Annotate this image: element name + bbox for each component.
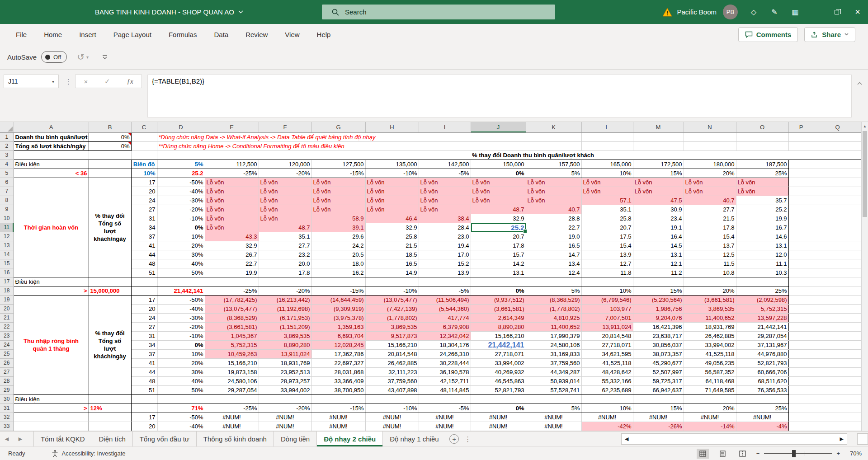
cell-F18[interactable]: -20% — [259, 286, 311, 295]
cell-C17[interactable] — [131, 277, 157, 286]
cell-L1[interactable] — [581, 132, 633, 141]
cell-E27[interactable]: 19,873,158 — [205, 367, 259, 376]
cell-O6[interactable]: Lỗ vốn — [736, 178, 788, 187]
cell-E6[interactable]: Lỗ vốn — [205, 178, 259, 187]
menu-tab-file[interactable]: File — [7, 24, 35, 45]
row-header-19[interactable]: 19 — [0, 295, 14, 304]
cell-C6[interactable]: 17 — [131, 178, 157, 187]
cell-E19[interactable]: (17,782,425) — [205, 295, 259, 304]
cell-M13[interactable]: 14.5 — [633, 241, 684, 250]
sheet-tab-nh-y-1-chi-u[interactable]: Độ nhạy 1 chiều — [383, 432, 446, 446]
cell-P7[interactable] — [788, 187, 814, 196]
cell-N8[interactable]: 40.7 — [684, 196, 736, 205]
user-name[interactable]: Pacific Boom — [677, 8, 717, 16]
cell-G11[interactable]: 39.1 — [311, 223, 365, 232]
cell-F29[interactable]: 33,994,002 — [259, 385, 311, 394]
cell-I24[interactable]: 18,304,176 — [419, 340, 471, 349]
cell-Q31[interactable] — [814, 404, 861, 413]
row-header-22[interactable]: 22 — [0, 322, 14, 331]
row-header-24[interactable]: 24 — [0, 340, 14, 349]
cell-P10[interactable] — [788, 214, 814, 223]
cell-G26[interactable]: 22,697,327 — [311, 358, 365, 367]
cell-E12[interactable]: 43.3 — [205, 232, 259, 241]
scroll-up-icon[interactable]: ▲ — [862, 122, 868, 130]
cell-C24[interactable]: 34 — [131, 340, 157, 349]
cell-M18[interactable]: 15% — [633, 286, 684, 295]
vertical-scrollbar[interactable]: ▲ — [861, 122, 868, 431]
cell-B31[interactable]: 12% — [89, 404, 131, 413]
cell-G25[interactable]: 17,362,786 — [311, 349, 365, 358]
cell-C18[interactable] — [131, 286, 157, 295]
cell-K19[interactable]: (8,368,529) — [526, 295, 581, 304]
cell-F31[interactable]: -20% — [259, 404, 311, 413]
cell-F32[interactable]: #NUM! — [259, 413, 311, 422]
search-input[interactable]: Search — [322, 5, 555, 19]
cell-H13[interactable]: 21.5 — [365, 241, 419, 250]
cell-J22[interactable]: 8,890,280 — [471, 322, 526, 331]
cell-E15[interactable]: 22.7 — [205, 259, 259, 268]
cell-Q28[interactable] — [814, 376, 861, 385]
cell-H31[interactable]: -10% — [365, 404, 419, 413]
cell-C27[interactable]: 44 — [131, 367, 157, 376]
cell-E11[interactable]: Lỗ vốn — [205, 223, 259, 232]
cell-O29[interactable]: 76,356,533 — [736, 385, 788, 394]
cell-L24[interactable]: 27,718,071 — [581, 340, 633, 349]
cell-F7[interactable]: Lỗ vốn — [259, 187, 311, 196]
cell-D3[interactable] — [157, 150, 205, 160]
scroll-left-icon[interactable]: ◀ — [625, 436, 628, 442]
cell-M5[interactable]: 15% — [633, 169, 684, 178]
cell-N33[interactable]: -14% — [684, 422, 736, 431]
cell-K15[interactable]: 13.4 — [526, 259, 581, 268]
cell-E3[interactable]: % thay đổi Doanh thu bình quân/lượt khác… — [205, 150, 861, 160]
cell-G10[interactable]: 58.9 — [311, 214, 365, 223]
row-header-27[interactable]: 27 — [0, 367, 14, 376]
cell-H25[interactable]: 20,814,548 — [365, 349, 419, 358]
row-header-18[interactable]: 18 — [0, 286, 14, 295]
cell-L26[interactable]: 41,525,118 — [581, 358, 633, 367]
cell-J11[interactable]: 25.2 — [471, 223, 526, 232]
cell-I29[interactable]: 48,114,845 — [419, 385, 471, 394]
cell-D19[interactable]: -50% — [157, 295, 205, 304]
avatar[interactable]: PB — [723, 5, 738, 19]
cell-E22[interactable]: (3,661,581) — [205, 322, 259, 331]
cell-C33[interactable]: 20 — [131, 422, 157, 431]
undo-button[interactable]: ↺ — [77, 52, 85, 62]
cell-L17[interactable] — [581, 277, 633, 286]
cell-L19[interactable]: (6,799,546) — [581, 295, 633, 304]
cell-E5[interactable]: -25% — [205, 169, 259, 178]
formula-input[interactable]: {=TABLE(B1,B2)} — [147, 75, 852, 117]
cell-Q4[interactable] — [814, 160, 861, 169]
row-header-9[interactable]: 9 — [0, 205, 14, 214]
cell-K28[interactable]: 50,939,014 — [526, 376, 581, 385]
cell-F33[interactable]: #NUM! — [259, 422, 311, 431]
cell-J12[interactable]: 20.7 — [471, 232, 526, 241]
cell-P16[interactable] — [788, 268, 814, 277]
horizontal-scrollbar[interactable]: ◀ ▶ — [621, 433, 847, 445]
cell-N27[interactable]: 56,587,352 — [684, 367, 736, 376]
cell-H30[interactable] — [365, 394, 419, 404]
cell-C12[interactable]: 37 — [131, 232, 157, 241]
cell-H17[interactable] — [365, 277, 419, 286]
cell-J23[interactable]: 15,166,210 — [471, 331, 526, 340]
cell-K23[interactable]: 17,990,379 — [526, 331, 581, 340]
cell-M21[interactable]: 9,204,076 — [633, 313, 684, 322]
cell-I14[interactable]: 17.0 — [419, 250, 471, 259]
cell-C13[interactable]: 41 — [131, 241, 157, 250]
cell-C20[interactable]: 20 — [131, 304, 157, 313]
cell-C25[interactable]: 37 — [131, 349, 157, 358]
prev-sheet-button[interactable]: ◀ — [0, 432, 14, 446]
cell-P8[interactable] — [788, 196, 814, 205]
cell-C28[interactable]: 48 — [131, 376, 157, 385]
cell-O32[interactable]: #NUM! — [736, 413, 788, 422]
cell-D20[interactable]: -40% — [157, 304, 205, 313]
cell-P12[interactable] — [788, 232, 814, 241]
cell-I11[interactable]: 28.4 — [419, 223, 471, 232]
cell-B17[interactable] — [89, 277, 131, 286]
cell-F22[interactable]: (1,151,209) — [259, 322, 311, 331]
cell-G24[interactable]: 12,028,245 — [311, 340, 365, 349]
cell-O25[interactable]: 44,976,880 — [736, 349, 788, 358]
cell-H19[interactable]: (13,075,477) — [365, 295, 419, 304]
row-header-23[interactable]: 23 — [0, 331, 14, 340]
share-button[interactable]: Share — [804, 27, 855, 42]
cell-N18[interactable]: 20% — [684, 286, 736, 295]
